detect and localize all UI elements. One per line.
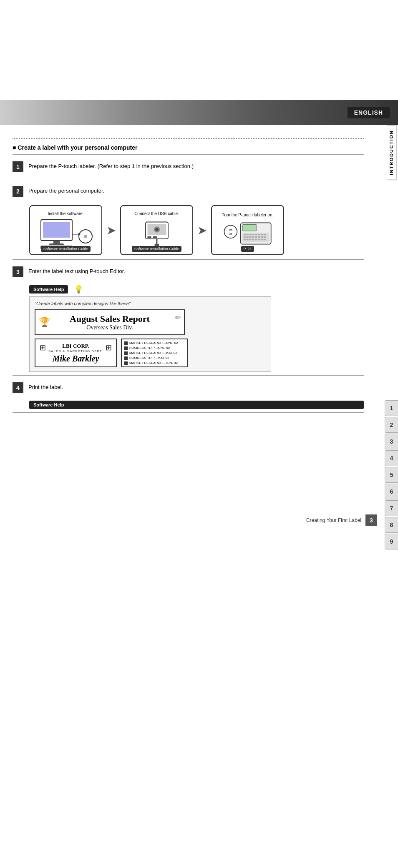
svg-rect-37 xyxy=(263,233,265,235)
svg-rect-2 xyxy=(53,241,60,244)
list-item-3: MARKET RESEARCH - MAY 02 xyxy=(124,351,184,355)
page-label-text: Creating Your First Label xyxy=(306,517,361,523)
step-4-row: 4 Print the label. xyxy=(13,378,364,397)
dotted-separator xyxy=(13,138,364,139)
step-1-row: 1 Prepare the P-touch labeler. (Refer to… xyxy=(13,157,364,176)
page-number-box: 3 xyxy=(365,514,377,526)
aug-sales-title: August Sales Report xyxy=(70,314,150,324)
arrow-1: ➤ xyxy=(106,223,116,237)
svg-rect-42 xyxy=(255,236,257,237)
connect-usb-box: Connect the USB cable. Software Installa… xyxy=(120,205,193,255)
step-2-diagrams: Install the software. xyxy=(29,205,364,255)
svg-rect-47 xyxy=(246,238,248,240)
svg-rect-32 xyxy=(249,233,251,235)
corner-decor-right: ⊞ xyxy=(106,343,112,352)
svg-rect-51 xyxy=(258,238,260,240)
svg-point-24 xyxy=(224,225,237,238)
svg-rect-31 xyxy=(246,233,248,235)
main-content: Create a label with your personal comput… xyxy=(0,125,385,424)
ptouch-label-top: Turn the P-touch labeler on. xyxy=(222,213,274,217)
list-bullet-2 xyxy=(124,346,128,350)
svg-rect-52 xyxy=(260,238,262,240)
svg-rect-33 xyxy=(252,233,254,235)
mike-barkley-text: Mike Barkley xyxy=(53,354,99,364)
step-1-number: 1 xyxy=(13,161,23,172)
install-software-box: Install the software. xyxy=(29,205,102,255)
install-label-top: Install the software. xyxy=(48,211,83,216)
solid-line-1 xyxy=(13,154,364,155)
number-tabs: 1 2 3 4 5 6 7 8 9 xyxy=(385,400,398,549)
list-bullet-3 xyxy=(124,351,128,355)
editor-top-row: Software Help 💡 xyxy=(29,285,364,294)
aug-sales-label: 🏆 August Sales Report Overseas Sales Div… xyxy=(35,309,185,335)
turn-on-box: Turn the P-touch labeler on. On Off xyxy=(211,205,284,255)
list-item-1: MARKET RESEARCH - APR. 02 xyxy=(124,341,184,345)
header-banner: ENGLISH xyxy=(0,100,398,125)
right-sidebar: INTRODUCTION xyxy=(385,125,398,180)
svg-rect-43 xyxy=(258,236,260,237)
list-item-5: MARKET RESEARCH - JUN. 02 xyxy=(124,361,184,365)
svg-text:Off: Off xyxy=(229,232,232,235)
step-3-editor-area: Software Help 💡 "Create labels with comp… xyxy=(29,285,364,372)
language-badge: ENGLISH xyxy=(348,107,390,118)
svg-rect-1 xyxy=(43,222,70,238)
step-3-row: 3 Enter the label text using P-touch Edi… xyxy=(13,262,364,281)
lbi-top-row: ⊞ LBI CORP. SALES & MARKETING DEPT. ⊞ xyxy=(40,343,112,353)
list-bullet-1 xyxy=(124,341,128,345)
list-bullet-4 xyxy=(124,356,128,360)
list-text-5: MARKET RESEARCH - JUN. 02 xyxy=(129,361,178,365)
pencil-icon: ✏ xyxy=(175,314,181,321)
tab-5[interactable]: 5 xyxy=(385,467,398,483)
svg-rect-48 xyxy=(249,238,251,240)
svg-rect-35 xyxy=(258,233,260,235)
corner-decor-left: ⊞ xyxy=(40,343,46,352)
step-1-text: Prepare the P-touch labeler. (Refer to s… xyxy=(28,161,194,169)
section-heading: Create a label with your personal comput… xyxy=(13,144,364,151)
svg-rect-50 xyxy=(255,238,257,240)
create-labels-text: "Create labels with complex designs like… xyxy=(35,301,266,306)
list-text-2: BUSINESS TRIP - APR. 02 xyxy=(129,346,170,350)
tab-2[interactable]: 2 xyxy=(385,417,398,433)
tab-4[interactable]: 4 xyxy=(385,450,398,466)
svg-rect-20 xyxy=(147,236,151,238)
svg-rect-44 xyxy=(260,236,262,237)
intro-tab: INTRODUCTION xyxy=(387,125,397,180)
solid-line-5 xyxy=(13,412,364,413)
tab-8[interactable]: 8 xyxy=(385,517,398,533)
list-item-2: BUSINESS TRIP - APR. 02 xyxy=(124,346,184,350)
arrow-2: ➤ xyxy=(197,223,207,237)
lightbulb-icon: 💡 xyxy=(74,285,83,294)
svg-rect-21 xyxy=(153,236,157,238)
lbi-dept-text: SALES & MARKETING DEPT. xyxy=(48,349,103,353)
top-white-area xyxy=(0,0,398,100)
svg-rect-30 xyxy=(243,233,245,235)
step-4-text: Print the label. xyxy=(28,382,63,390)
usb-caption: Software Installation Guide xyxy=(132,246,182,252)
svg-rect-41 xyxy=(252,236,254,237)
step-3-text: Enter the label text using P-touch Edito… xyxy=(28,266,125,274)
solid-line-4 xyxy=(13,375,364,376)
trophy-icon: 🏆 xyxy=(39,317,50,328)
svg-rect-46 xyxy=(243,238,245,240)
label-samples-box: "Create labels with complex designs like… xyxy=(29,296,271,372)
bottom-page-label: Creating Your First Label 3 xyxy=(306,514,377,526)
step-2-text: Prepare the personal computer. xyxy=(28,186,104,194)
tab-1[interactable]: 1 xyxy=(385,400,398,416)
list-label: MARKET RESEARCH - APR. 02 BUSINESS TRIP … xyxy=(121,339,188,367)
ptouch-caption: P. 21 xyxy=(241,246,254,252)
lbi-label: ⊞ LBI CORP. SALES & MARKETING DEPT. ⊞ Mi… xyxy=(35,339,117,367)
lbi-corp-text: LBI CORP. xyxy=(48,343,103,349)
tab-6[interactable]: 6 xyxy=(385,484,398,499)
svg-rect-3 xyxy=(49,243,64,245)
list-bullet-5 xyxy=(124,361,128,365)
tab-3[interactable]: 3 xyxy=(385,434,398,449)
software-help-btn-3[interactable]: Software Help xyxy=(29,285,68,294)
solid-line-3 xyxy=(13,259,364,260)
software-help-btn-4[interactable]: Software Help xyxy=(29,401,364,409)
bottom-labels-row: ⊞ LBI CORP. SALES & MARKETING DEPT. ⊞ Mi… xyxy=(35,339,266,367)
tab-9[interactable]: 9 xyxy=(385,534,398,549)
list-text-1: MARKET RESEARCH - APR. 02 xyxy=(129,341,178,345)
tab-7[interactable]: 7 xyxy=(385,500,398,516)
svg-rect-40 xyxy=(249,236,251,237)
list-text-4: BUSINESS TRIP - MAY 02 xyxy=(129,356,169,360)
